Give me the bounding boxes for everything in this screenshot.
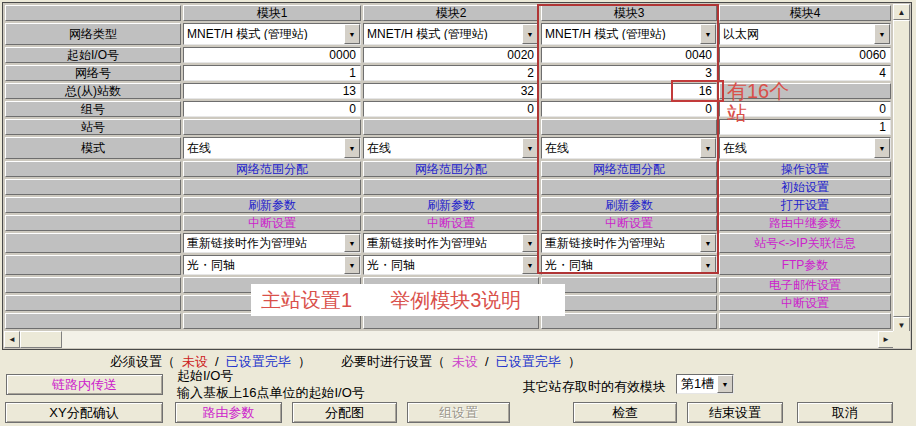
select-m1-action-row-6[interactable]: 光・同轴▼ — [183, 255, 361, 275]
field-m2-start-io-no[interactable]: 0020 — [363, 47, 539, 63]
row-label-action-row-3 — [5, 197, 181, 213]
dropdown-arrow-icon[interactable]: ▼ — [700, 24, 716, 44]
link-m4-action-row-4[interactable]: 路由中继参数 — [719, 215, 891, 231]
empty-cell-m2-station-no — [363, 119, 539, 135]
scroll-left-icon[interactable]: ◄ — [4, 331, 20, 348]
select-value-m4-network-type: 以太网 — [723, 28, 759, 40]
select-m2-network-type[interactable]: MNET/H 模式 (管理站)▼ — [363, 23, 539, 45]
link-m4-action-row-7[interactable]: 电子邮件设置 — [719, 277, 891, 293]
check-button[interactable]: 检查 — [573, 402, 677, 423]
link-m3-action-row-4[interactable]: 中断设置 — [541, 215, 717, 231]
link-m2-action-row-1[interactable]: 网络范围分配 — [363, 161, 539, 177]
module-3-header: 模块3 — [541, 5, 717, 21]
link-m4-action-row-6[interactable]: FTP参数 — [719, 255, 891, 275]
field-m4-network-no[interactable]: 4 — [719, 65, 891, 81]
field-m1-total-stations[interactable]: 13 — [183, 83, 361, 99]
select-value-m3-action-row-5: 重新链接时作为管理站 — [545, 237, 665, 249]
xy-assign-confirm-button[interactable]: XY分配确认 — [5, 402, 163, 423]
dropdown-arrow-icon[interactable]: ▼ — [700, 138, 716, 158]
scroll-right-icon[interactable]: ► — [878, 331, 894, 348]
scroll-up-icon[interactable]: ▲ — [893, 4, 910, 20]
valid-module-value: 第1槽 — [681, 375, 714, 393]
dropdown-arrow-icon[interactable]: ▼ — [522, 138, 538, 158]
select-value-m2-mode: 在线 — [367, 142, 391, 154]
field-m2-total-stations[interactable]: 32 — [363, 83, 539, 99]
field-m3-total-stations[interactable]: 16 — [541, 83, 717, 99]
assignment-diagram-button[interactable]: 分配图 — [292, 402, 397, 423]
link-m4-action-row-3[interactable]: 打开设置 — [719, 197, 891, 213]
vertical-scroll-thumb[interactable] — [893, 20, 910, 317]
select-value-m1-action-row-6: 光・同轴 — [187, 259, 235, 271]
link-m4-action-row-8[interactable]: 中断设置 — [719, 295, 891, 311]
field-m3-group-no[interactable]: 0 — [541, 101, 717, 117]
dropdown-arrow-icon[interactable]: ▼ — [522, 234, 538, 252]
row-label-action-row-9 — [5, 313, 181, 329]
horizontal-scroll-thumb[interactable] — [20, 331, 62, 348]
routing-params-button[interactable]: 路由参数 — [175, 402, 282, 423]
empty-cell-m3-action-row-9 — [541, 313, 717, 329]
row-label-action-row-7 — [5, 277, 181, 293]
field-m4-start-io-no[interactable]: 0060 — [719, 47, 891, 63]
field-m1-group-no[interactable]: 0 — [183, 101, 361, 117]
legend-paren-close: ） — [568, 354, 581, 369]
row-label-action-row-2 — [5, 179, 181, 195]
select-m3-action-row-6[interactable]: 光・同轴▼ — [541, 255, 717, 275]
select-m2-action-row-5[interactable]: 重新链接时作为管理站▼ — [363, 233, 539, 253]
field-m1-start-io-no[interactable]: 0000 — [183, 47, 361, 63]
link-m2-action-row-3[interactable]: 刷新参数 — [363, 197, 539, 213]
dropdown-arrow-icon[interactable]: ▼ — [522, 24, 538, 44]
select-m3-network-type[interactable]: MNET/H 模式 (管理站)▼ — [541, 23, 717, 45]
group-settings-button[interactable]: 组设置 — [407, 402, 510, 423]
valid-module-select[interactable]: 第1槽 ▼ — [676, 374, 734, 394]
field-m1-network-no[interactable]: 1 — [183, 65, 361, 81]
cancel-button[interactable]: 取消 — [797, 402, 893, 423]
horizontal-scrollbar[interactable]: ◄ ► — [4, 331, 894, 348]
dropdown-arrow-icon[interactable]: ▼ — [874, 138, 890, 158]
field-m3-network-no[interactable]: 3 — [541, 65, 717, 81]
empty-cell-m3-station-no — [541, 119, 717, 135]
field-m2-network-no[interactable]: 2 — [363, 65, 539, 81]
row-label-total-stations: 总(从)站数 — [5, 83, 181, 99]
dropdown-arrow-icon[interactable]: ▼ — [700, 256, 716, 274]
in-link-transfer-button[interactable]: 链路内传送 — [6, 374, 163, 395]
legend-required-label: 必须设置（ — [110, 354, 175, 369]
dropdown-arrow-icon[interactable]: ▼ — [344, 138, 360, 158]
field-m2-group-no[interactable]: 0 — [363, 101, 539, 117]
select-m4-network-type[interactable]: 以太网▼ — [719, 23, 891, 45]
network-parameter-dialog: { "colors": { "link_blue": "#2222cc", "l… — [0, 0, 916, 426]
select-m4-mode[interactable]: 在线▼ — [719, 137, 891, 159]
select-value-m3-mode: 在线 — [545, 142, 569, 154]
select-m2-mode[interactable]: 在线▼ — [363, 137, 539, 159]
module-2-header: 模块2 — [363, 5, 539, 21]
dropdown-arrow-icon[interactable]: ▼ — [874, 24, 890, 44]
legend-optional: 必要时进行设置（未设/已设置完毕） — [341, 353, 588, 367]
link-m3-action-row-1[interactable]: 网络范围分配 — [541, 161, 717, 177]
link-m1-action-row-3[interactable]: 刷新参数 — [183, 197, 361, 213]
select-m1-action-row-5[interactable]: 重新链接时作为管理站▼ — [183, 233, 361, 253]
finish-setup-button[interactable]: 结束设置 — [687, 402, 783, 423]
select-m3-mode[interactable]: 在线▼ — [541, 137, 717, 159]
vertical-scrollbar[interactable]: ▲ ▼ — [893, 4, 910, 333]
link-m4-action-row-5[interactable]: 站号<->IP关联信息 — [719, 233, 891, 253]
link-m4-action-row-1[interactable]: 操作设置 — [719, 161, 891, 177]
select-m1-mode[interactable]: 在线▼ — [183, 137, 361, 159]
dropdown-arrow-icon[interactable]: ▼ — [344, 256, 360, 274]
dropdown-arrow-icon[interactable]: ▼ — [344, 234, 360, 252]
dropdown-arrow-icon[interactable]: ▼ — [522, 256, 538, 274]
link-m4-action-row-2[interactable]: 初始设置 — [719, 179, 891, 195]
link-m1-action-row-1[interactable]: 网络范围分配 — [183, 161, 361, 177]
select-m3-action-row-5[interactable]: 重新链接时作为管理站▼ — [541, 233, 717, 253]
select-m2-action-row-6[interactable]: 光・同轴▼ — [363, 255, 539, 275]
link-m1-action-row-4[interactable]: 中断设置 — [183, 215, 361, 231]
link-m3-action-row-3[interactable]: 刷新参数 — [541, 197, 717, 213]
dropdown-arrow-icon[interactable]: ▼ — [700, 234, 716, 252]
link-m2-action-row-4[interactable]: 中断设置 — [363, 215, 539, 231]
row-label-action-row-4 — [5, 215, 181, 231]
dropdown-arrow-icon[interactable]: ▼ — [344, 24, 360, 44]
select-m1-network-type[interactable]: MNET/H 模式 (管理站)▼ — [183, 23, 361, 45]
dropdown-arrow-icon[interactable]: ▼ — [717, 375, 733, 393]
field-m3-start-io-no[interactable]: 0040 — [541, 47, 717, 63]
master-station-annotation: 主站设置1 举例模块3说明 — [251, 284, 565, 316]
station-count-annotation: 有16个站 — [727, 80, 795, 124]
row-label-action-row-1 — [5, 161, 181, 177]
